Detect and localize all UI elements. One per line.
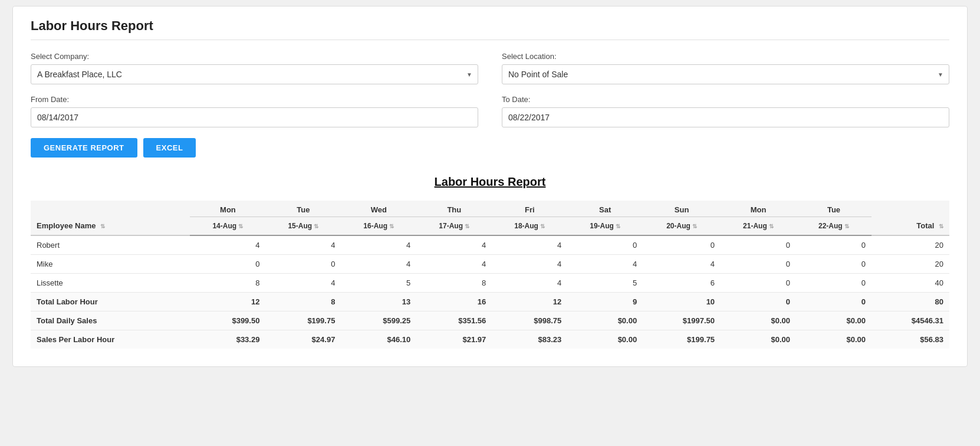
summary-value-cell-3: 16 [416, 293, 492, 311]
summary-label-cell: Total Labor Hour [31, 293, 190, 311]
hours-cell-1-1: 0 [265, 255, 341, 274]
summary-value-cell-2: 13 [341, 293, 416, 311]
summary-total-cell: $56.83 [872, 330, 949, 349]
summary-value-cell-4: $83.23 [492, 330, 567, 349]
col-header-day-0[interactable]: Mon [190, 201, 265, 217]
hours-cell-0-1: 4 [265, 235, 341, 255]
col-header-date-3[interactable]: 17-Aug ⇅ [416, 217, 492, 236]
summary-value-cell-1: $199.75 [265, 311, 341, 330]
company-group: Select Company: A Breakfast Place, LLC [31, 52, 478, 84]
button-row: GENERATE REPORT EXCEL [31, 138, 949, 158]
hours-cell-2-6: 6 [643, 274, 721, 293]
summary-value-cell-0: $399.50 [190, 311, 265, 330]
company-label: Select Company: [31, 52, 478, 61]
hours-cell-2-0: 8 [190, 274, 265, 293]
summary-value-cell-7: $0.00 [721, 330, 796, 349]
col-header-date-0[interactable]: 14-Aug ⇅ [190, 217, 265, 236]
summary-value-cell-6: 10 [643, 293, 721, 311]
col-header-day-8[interactable]: Tue [796, 201, 872, 217]
col-header-day-3[interactable]: Thu [416, 201, 492, 217]
col-header-day-7[interactable]: Mon [721, 201, 796, 217]
to-date-group: To Date: [502, 95, 949, 127]
page-title: Labor Hours Report [31, 18, 949, 40]
hours-cell-2-3: 8 [416, 274, 492, 293]
summary-value-cell-5: $0.00 [567, 311, 643, 330]
main-container: Labor Hours Report Select Company: A Bre… [12, 6, 968, 367]
hours-cell-0-4: 4 [492, 235, 567, 255]
from-date-group: From Date: [31, 95, 478, 127]
summary-value-cell-8: $0.00 [796, 311, 872, 330]
generate-report-button[interactable]: GENERATE REPORT [31, 138, 137, 158]
total-sort-icon: ⇅ [939, 223, 943, 229]
summary-value-cell-6: $1997.50 [643, 311, 721, 330]
employee-total-cell: 40 [872, 274, 949, 293]
hours-cell-2-2: 5 [341, 274, 416, 293]
hours-cell-0-8: 0 [796, 235, 872, 255]
summary-value-cell-1: $24.97 [265, 330, 341, 349]
company-select[interactable]: A Breakfast Place, LLC [31, 64, 478, 84]
company-select-wrapper: A Breakfast Place, LLC [31, 64, 478, 84]
from-date-input[interactable] [31, 107, 478, 127]
col-header-date-4[interactable]: 18-Aug ⇅ [492, 217, 567, 236]
summary-label-cell: Sales Per Labor Hour [31, 330, 190, 349]
employee-total-cell: 20 [872, 255, 949, 274]
table-row: Robert44444000020 [31, 235, 949, 255]
col-header-date-7[interactable]: 21-Aug ⇅ [721, 217, 796, 236]
employee-name-cell: Robert [31, 235, 190, 255]
hours-cell-1-2: 4 [341, 255, 416, 274]
employee-sort-icon: ⇅ [100, 223, 105, 229]
report-section-title: Labor Hours Report [31, 175, 949, 189]
form-row-2: From Date: To Date: [31, 95, 949, 127]
hours-cell-2-5: 5 [567, 274, 643, 293]
hours-cell-1-6: 4 [643, 255, 721, 274]
hours-cell-0-5: 0 [567, 235, 643, 255]
summary-value-cell-0: $33.29 [190, 330, 265, 349]
summary-value-cell-6: $199.75 [643, 330, 721, 349]
summary-row: Total Labor Hour1281316129100080 [31, 293, 949, 311]
summary-row: Total Daily Sales$399.50$199.75$599.25$3… [31, 311, 949, 330]
summary-row: Sales Per Labor Hour$33.29$24.97$46.10$2… [31, 330, 949, 349]
col-header-day-1[interactable]: Tue [265, 201, 341, 217]
col-header-date-8[interactable]: 22-Aug ⇅ [796, 217, 872, 236]
summary-value-cell-4: $998.75 [492, 311, 567, 330]
hours-cell-1-7: 0 [721, 255, 796, 274]
summary-value-cell-7: 0 [721, 293, 796, 311]
summary-value-cell-2: $46.10 [341, 330, 416, 349]
hours-cell-1-8: 0 [796, 255, 872, 274]
excel-button[interactable]: EXCEL [143, 138, 196, 158]
from-date-label: From Date: [31, 95, 478, 104]
employee-name-cell: Lissette [31, 274, 190, 293]
col-header-employee[interactable]: Employee Name ⇅ [31, 201, 190, 235]
labor-hours-table: Employee Name ⇅ MonTueWedThuFriSatSunMon… [31, 201, 949, 349]
hours-cell-0-3: 4 [416, 235, 492, 255]
col-header-day-5[interactable]: Sat [567, 201, 643, 217]
location-select[interactable]: No Point of Sale [502, 64, 949, 84]
col-header-date-1[interactable]: 15-Aug ⇅ [265, 217, 341, 236]
hours-cell-2-8: 0 [796, 274, 872, 293]
form-row-1: Select Company: A Breakfast Place, LLC S… [31, 52, 949, 84]
hours-cell-2-7: 0 [721, 274, 796, 293]
table-row: Mike00444440020 [31, 255, 949, 274]
col-header-date-5[interactable]: 19-Aug ⇅ [567, 217, 643, 236]
col-header-total[interactable]: Total ⇅ [872, 201, 949, 235]
summary-label-cell: Total Daily Sales [31, 311, 190, 330]
summary-value-cell-8: 0 [796, 293, 872, 311]
col-header-day-2[interactable]: Wed [341, 201, 416, 217]
hours-cell-1-5: 4 [567, 255, 643, 274]
hours-cell-1-3: 4 [416, 255, 492, 274]
col-header-date-2[interactable]: 16-Aug ⇅ [341, 217, 416, 236]
summary-value-cell-3: $21.97 [416, 330, 492, 349]
summary-value-cell-8: $0.00 [796, 330, 872, 349]
summary-value-cell-5: $0.00 [567, 330, 643, 349]
summary-value-cell-5: 9 [567, 293, 643, 311]
hours-cell-0-0: 4 [190, 235, 265, 255]
table-row: Lissette84584560040 [31, 274, 949, 293]
col-header-day-6[interactable]: Sun [643, 201, 721, 217]
to-date-input[interactable] [502, 107, 949, 127]
summary-total-cell: 80 [872, 293, 949, 311]
location-group: Select Location: No Point of Sale [502, 52, 949, 84]
col-header-day-4[interactable]: Fri [492, 201, 567, 217]
to-date-label: To Date: [502, 95, 949, 104]
col-header-date-6[interactable]: 20-Aug ⇅ [643, 217, 721, 236]
summary-value-cell-4: 12 [492, 293, 567, 311]
